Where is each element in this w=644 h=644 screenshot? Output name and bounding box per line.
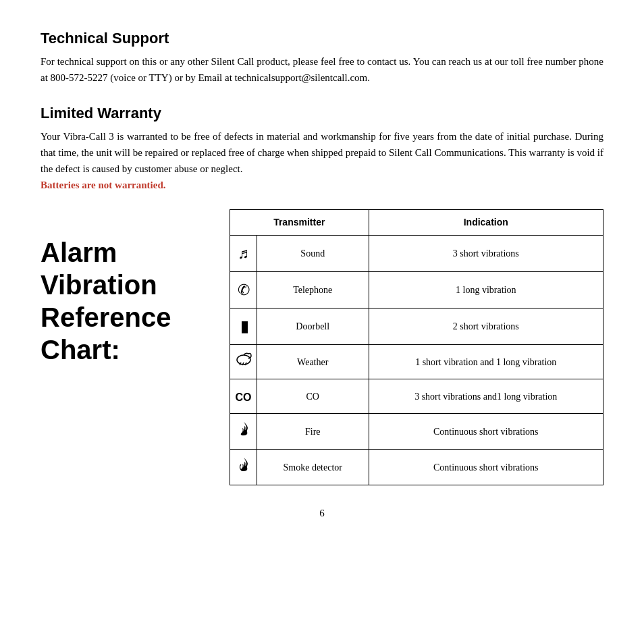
telephone-icon: ✆ — [230, 272, 257, 308]
smoke-name: Smoke detector — [257, 450, 369, 485]
technical-support-body: For technical support on this or any oth… — [41, 53, 603, 86]
doorbell-name: Doorbell — [257, 308, 369, 345]
chart-title: Alarm Vibration Reference Chart: — [41, 236, 216, 366]
smoke-indication: Continuous short vibrations — [369, 450, 603, 485]
weather-indication: 1 short vibration and 1 long vibration — [369, 345, 603, 379]
doorbell-icon: ▮ — [230, 308, 257, 345]
weather-icon — [230, 345, 257, 379]
table-row: Smoke detector Continuous short vibratio… — [230, 450, 603, 485]
chart-container: Transmitter Indication ♬ Sound 3 short v… — [230, 209, 603, 485]
table-row: ▮ Doorbell 2 short vibrations — [230, 308, 603, 345]
telephone-indication: 1 long vibration — [369, 272, 603, 308]
lower-section: Alarm Vibration Reference Chart: Transmi… — [41, 209, 603, 485]
doorbell-indication: 2 short vibrations — [369, 308, 603, 345]
sound-indication: 3 short vibrations — [369, 236, 603, 272]
limited-warranty-body: Your Vibra-Call 3 is warranted to be fre… — [41, 128, 603, 193]
svg-line-3 — [245, 363, 246, 365]
weather-name: Weather — [257, 345, 369, 379]
telephone-name: Telephone — [257, 272, 369, 308]
co-indication: 3 short vibrations and1 long vibration — [369, 379, 603, 414]
indication-header: Indication — [369, 210, 603, 236]
page-number: 6 — [41, 506, 603, 521]
smoke-icon — [230, 450, 257, 485]
sound-icon: ♬ — [230, 236, 257, 272]
table-row: CO CO 3 short vibrations and1 long vibra… — [230, 379, 603, 414]
co-name: CO — [257, 379, 369, 414]
vibration-chart: Transmitter Indication ♬ Sound 3 short v… — [230, 209, 603, 485]
limited-warranty-title: Limited Warranty — [41, 102, 603, 124]
table-row: ♬ Sound 3 short vibrations — [230, 236, 603, 272]
chart-title-block: Alarm Vibration Reference Chart: — [41, 209, 216, 366]
table-row: Fire Continuous short vibrations — [230, 414, 603, 450]
transmitter-header: Transmitter — [230, 210, 369, 236]
co-icon: CO — [230, 379, 257, 414]
batteries-warning: Batteries are not warrantied. — [41, 180, 166, 190]
svg-line-1 — [240, 363, 241, 365]
table-row: ✆ Telephone 1 long vibration — [230, 272, 603, 308]
sound-name: Sound — [257, 236, 369, 272]
technical-support-title: Technical Support — [41, 27, 603, 49]
fire-name: Fire — [257, 414, 369, 450]
fire-indication: Continuous short vibrations — [369, 414, 603, 450]
fire-icon — [230, 414, 257, 450]
table-row: Weather 1 short vibration and 1 long vib… — [230, 345, 603, 379]
